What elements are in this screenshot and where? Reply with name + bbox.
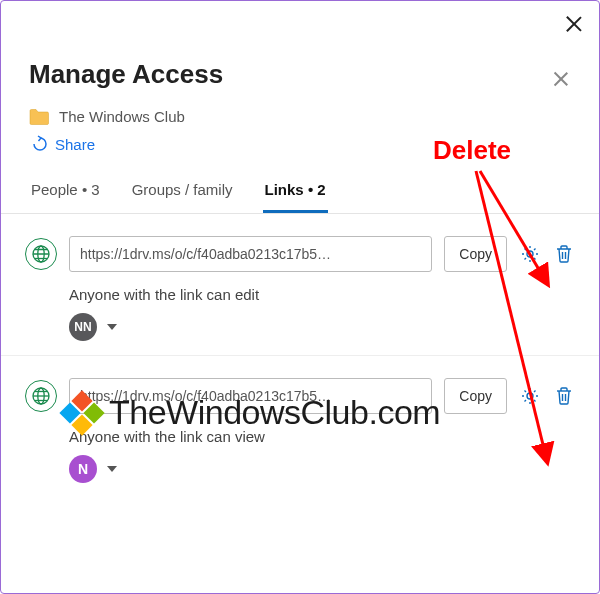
avatar-row: N [69,455,575,483]
link-item: Copy Anyone with the link can [1,356,599,497]
permission-text: Anyone with the link can edit [69,286,575,303]
share-label: Share [55,136,95,153]
tab-groups-label: Groups / family [132,181,233,198]
tab-links[interactable]: Links • 2 [263,171,328,213]
tab-links-count: 2 [317,181,325,198]
copy-button[interactable]: Copy [444,378,507,414]
panel-close-icon[interactable] [553,71,569,87]
share-link-url[interactable] [69,378,432,414]
link-item: Copy Anyone with the link can [1,214,599,356]
tab-people-label: People [31,181,78,198]
tab-people-count: 3 [91,181,99,198]
settings-icon[interactable] [519,243,541,265]
tab-people[interactable]: People • 3 [29,171,102,213]
globe-icon [25,238,57,270]
avatar[interactable]: NN [69,313,97,341]
globe-icon [25,380,57,412]
tab-links-label: Links [265,181,304,198]
folder-icon [29,109,49,125]
copy-button[interactable]: Copy [444,236,507,272]
manage-access-panel: Manage Access The Windows Club Share Peo… [0,0,600,594]
page-title: Manage Access [29,59,571,90]
tab-groups[interactable]: Groups / family [130,171,235,213]
chevron-down-icon[interactable] [107,466,117,472]
chevron-down-icon[interactable] [107,324,117,330]
folder-name: The Windows Club [59,108,185,125]
share-link-url[interactable] [69,236,432,272]
svg-point-2 [527,251,533,257]
delete-icon[interactable] [553,243,575,265]
avatar[interactable]: N [69,455,97,483]
delete-icon[interactable] [553,385,575,407]
avatar-row: NN [69,313,575,341]
svg-point-5 [527,393,533,399]
tab-links-sep: • [308,181,317,198]
tabs: People • 3 Groups / family Links • 2 [1,171,599,214]
links-area: Copy Anyone with the link can [1,214,599,497]
tab-people-sep: • [82,181,91,198]
settings-icon[interactable] [519,385,541,407]
share-icon [29,135,47,153]
share-button[interactable]: Share [29,135,571,153]
permission-text: Anyone with the link can view [69,428,575,445]
folder-row: The Windows Club [29,108,571,125]
